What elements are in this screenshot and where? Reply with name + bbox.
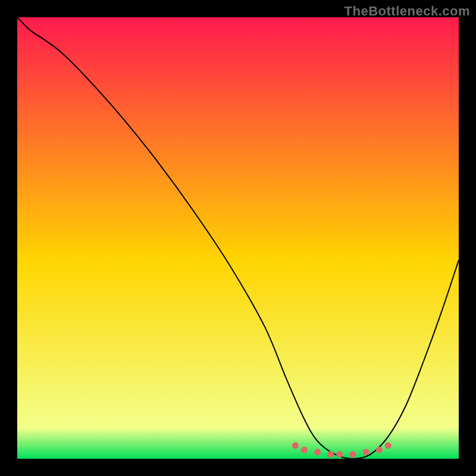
- marker-dot: [327, 451, 334, 458]
- marker-dot: [336, 451, 343, 458]
- plot-area: [17, 17, 459, 459]
- chart-frame: TheBottleneck.com: [0, 0, 476, 476]
- marker-dot: [301, 447, 308, 453]
- marker-dot: [376, 447, 383, 453]
- marker-dot: [363, 449, 369, 455]
- marker-dot: [349, 451, 356, 458]
- chart-svg: [17, 17, 459, 459]
- marker-dot: [292, 442, 299, 449]
- plot-background: [17, 17, 459, 459]
- marker-dot: [385, 442, 392, 449]
- marker-dot: [314, 449, 321, 455]
